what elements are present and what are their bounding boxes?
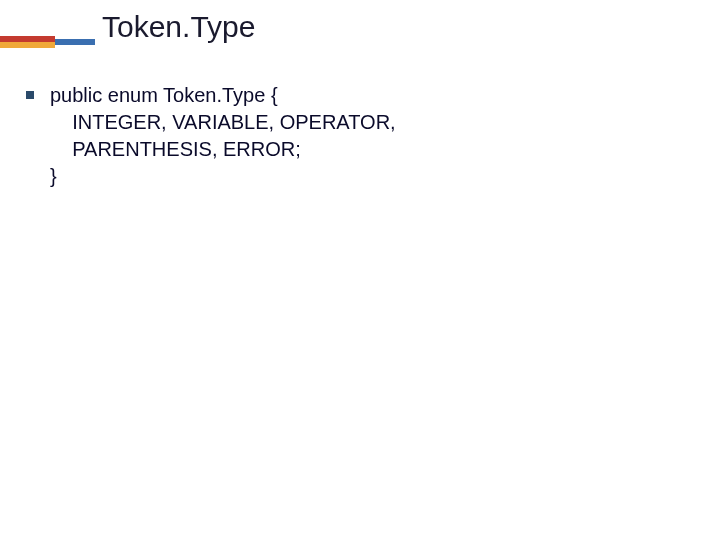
- code-line-2: INTEGER, VARIABLE, OPERATOR,: [50, 111, 396, 133]
- content-area: public enum Token.Type { INTEGER, VARIAB…: [26, 82, 396, 190]
- bullet-icon: [26, 91, 34, 99]
- accent-blue: [55, 39, 95, 45]
- code-block: public enum Token.Type { INTEGER, VARIAB…: [50, 82, 396, 190]
- code-line-4: }: [50, 165, 57, 187]
- accent-yellow: [0, 42, 55, 48]
- slide-title: Token.Type: [102, 10, 255, 44]
- code-line-1: public enum Token.Type {: [50, 84, 278, 106]
- code-line-3: PARENTHESIS, ERROR;: [50, 138, 301, 160]
